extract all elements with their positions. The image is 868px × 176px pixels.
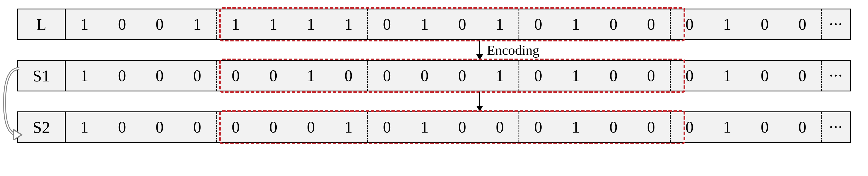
svg-marker-3 xyxy=(476,106,483,111)
bit: 0 xyxy=(783,66,821,85)
row-label-L: L xyxy=(18,9,66,39)
bit: 1 xyxy=(179,15,216,33)
bit: 0 xyxy=(103,15,141,33)
curve-arrow-S1-S2 xyxy=(2,66,25,140)
bit: 1 xyxy=(292,66,330,85)
bit: 0 xyxy=(746,118,783,136)
group-S2-1: 0 0 0 1 xyxy=(217,112,368,142)
bit: 1 xyxy=(406,118,443,136)
bit: 0 xyxy=(292,118,330,136)
bit: 0 xyxy=(141,66,179,85)
bit: 0 xyxy=(254,66,292,85)
group-S2-3: 0 1 0 0 xyxy=(519,112,671,142)
group-S1-1: 0 0 1 0 xyxy=(217,61,368,91)
bit: 0 xyxy=(103,118,141,136)
bit: 1 xyxy=(217,15,255,33)
bit: 0 xyxy=(103,66,141,85)
row-label-S2: S2 xyxy=(18,112,66,142)
bit: 0 xyxy=(595,118,632,136)
bit: 0 xyxy=(443,66,481,85)
group-S1-3: 0 1 0 0 xyxy=(519,61,671,91)
bit: 0 xyxy=(671,66,708,85)
bit: 0 xyxy=(632,15,670,33)
encoding-diagram: L 1 0 0 1 1 1 1 1 0 1 0 1 0 1 0 0 0 1 0 xyxy=(17,8,851,143)
bit: 0 xyxy=(330,66,368,85)
bit: 0 xyxy=(443,15,481,33)
bit: 1 xyxy=(406,15,443,33)
bit: 0 xyxy=(406,66,443,85)
bit: 0 xyxy=(368,15,406,33)
group-L-4: 0 1 0 0 xyxy=(671,9,822,39)
group-S2-4: 0 1 0 0 xyxy=(671,112,822,142)
bit: 0 xyxy=(746,15,783,33)
bit: 0 xyxy=(783,15,821,33)
bit: 0 xyxy=(368,66,406,85)
bit: 1 xyxy=(557,66,595,85)
group-L-2: 0 1 0 1 xyxy=(368,9,519,39)
bit: 1 xyxy=(557,15,595,33)
bit: 1 xyxy=(708,15,746,33)
bit: 0 xyxy=(481,118,519,136)
bit: 1 xyxy=(708,66,746,85)
bit: 0 xyxy=(368,118,406,136)
arrow-L-to-S1 xyxy=(474,40,486,61)
group-L-0: 1 0 0 1 xyxy=(66,9,217,39)
row-L: L 1 0 0 1 1 1 1 1 0 1 0 1 0 1 0 0 0 1 0 xyxy=(17,8,851,40)
bit: 0 xyxy=(217,66,255,85)
bit: 1 xyxy=(66,66,103,85)
ellipsis: ··· xyxy=(822,9,850,39)
arrow-S1-to-S2 xyxy=(474,92,486,112)
bit: 0 xyxy=(141,118,179,136)
bit: 1 xyxy=(330,118,368,136)
bit: 0 xyxy=(746,66,783,85)
group-S2-0: 1 0 0 0 xyxy=(66,112,217,142)
bit: 1 xyxy=(481,15,519,33)
bit: 0 xyxy=(179,66,216,85)
bit: 1 xyxy=(330,15,368,33)
ellipsis: ··· xyxy=(822,61,850,91)
bit: 0 xyxy=(595,15,632,33)
group-L-3: 0 1 0 0 xyxy=(519,9,671,39)
bit: 1 xyxy=(557,118,595,136)
bit: 0 xyxy=(632,66,670,85)
group-S1-4: 0 1 0 0 xyxy=(671,61,822,91)
row-S2: S2 1 0 0 0 0 0 0 1 0 1 0 0 0 1 0 0 0 1 0 xyxy=(17,111,851,143)
bit: 1 xyxy=(254,15,292,33)
bit: 1 xyxy=(66,15,103,33)
bit: 0 xyxy=(632,118,670,136)
bit: 0 xyxy=(519,66,557,85)
bit: 0 xyxy=(595,66,632,85)
bit: 1 xyxy=(66,118,103,136)
row-label-S1: S1 xyxy=(18,61,66,91)
bit: 0 xyxy=(671,15,708,33)
bit: 0 xyxy=(141,15,179,33)
bit: 1 xyxy=(481,66,519,85)
group-S1-0: 1 0 0 0 xyxy=(66,61,217,91)
bit: 0 xyxy=(443,118,481,136)
bit: 0 xyxy=(519,15,557,33)
bit: 0 xyxy=(217,118,255,136)
ellipsis: ··· xyxy=(822,112,850,142)
svg-marker-4 xyxy=(14,130,22,140)
encoding-label: Encoding xyxy=(487,42,539,58)
bit: 0 xyxy=(519,118,557,136)
bit: 0 xyxy=(254,118,292,136)
group-S2-2: 0 1 0 0 xyxy=(368,112,519,142)
bit: 1 xyxy=(292,15,330,33)
bit: 0 xyxy=(179,118,216,136)
bit: 0 xyxy=(783,118,821,136)
svg-marker-1 xyxy=(476,54,483,60)
group-S1-2: 0 0 0 1 xyxy=(368,61,519,91)
bit: 0 xyxy=(671,118,708,136)
group-L-1: 1 1 1 1 xyxy=(217,9,368,39)
row-S1: S1 1 0 0 0 0 0 1 0 0 0 0 1 0 1 0 0 0 1 0 xyxy=(17,60,851,91)
bit: 1 xyxy=(708,118,746,136)
